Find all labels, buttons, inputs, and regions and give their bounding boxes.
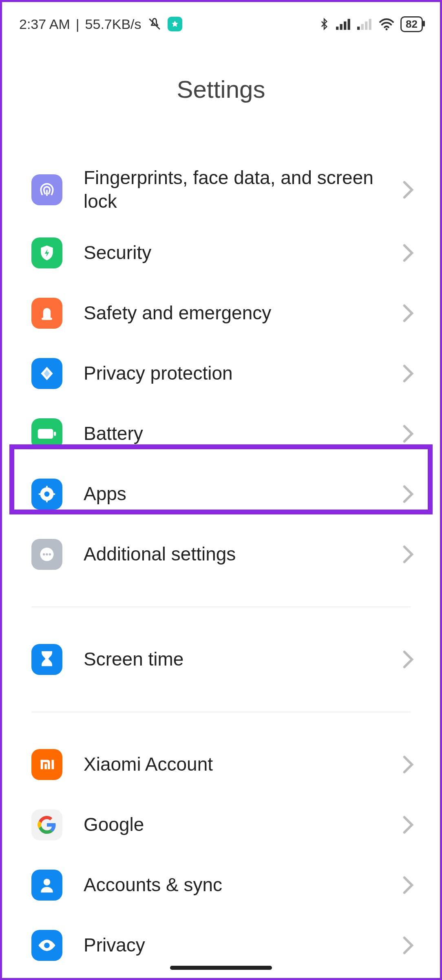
chevron-right-icon xyxy=(402,815,414,835)
settings-item-google[interactable]: Google xyxy=(2,795,440,855)
status-left: 2:37 AM | 55.7KB/s xyxy=(19,16,182,32)
bluetooth-icon xyxy=(318,16,330,32)
settings-item-safety[interactable]: Safety and emergency xyxy=(2,283,440,343)
settings-item-fingerprint[interactable]: Fingerprints, face data, and screen lock xyxy=(2,156,440,223)
settings-item-label: Security xyxy=(84,241,402,265)
mi-icon xyxy=(31,749,62,780)
wifi-icon xyxy=(378,18,395,31)
chevron-right-icon xyxy=(402,545,414,564)
settings-item-additional[interactable]: Additional settings xyxy=(2,524,440,584)
gear-icon xyxy=(31,479,62,510)
settings-item-label: Privacy protection xyxy=(84,362,402,385)
svg-point-19 xyxy=(43,553,45,556)
svg-point-13 xyxy=(44,492,50,497)
svg-rect-4 xyxy=(357,26,360,30)
signal-2-icon xyxy=(357,18,373,30)
svg-rect-10 xyxy=(38,429,53,439)
chevron-right-icon xyxy=(402,936,414,955)
settings-item-label: Privacy xyxy=(84,934,402,957)
app-badge-icon xyxy=(168,17,182,31)
chevron-right-icon xyxy=(402,180,414,200)
chevron-right-icon xyxy=(402,875,414,895)
settings-item-screen-time[interactable]: Screen time xyxy=(2,629,440,690)
settings-item-label: Accounts & sync xyxy=(84,873,402,897)
status-bar: 2:37 AM | 55.7KB/s 82 xyxy=(2,2,440,39)
eye-icon xyxy=(31,930,62,961)
settings-item-label: Additional settings xyxy=(84,543,402,566)
settings-item-accounts-sync[interactable]: Accounts & sync xyxy=(2,855,440,915)
battery-indicator: 82 xyxy=(400,16,423,32)
chevron-right-icon xyxy=(402,484,414,504)
status-time: 2:37 AM xyxy=(19,16,70,32)
settings-item-privacy-protection[interactable]: Privacy protection xyxy=(2,343,440,404)
divider xyxy=(31,606,411,607)
svg-rect-2 xyxy=(344,22,346,30)
chevron-right-icon xyxy=(402,364,414,383)
settings-item-label: Apps xyxy=(84,482,402,506)
divider xyxy=(31,712,411,712)
page-title: Settings xyxy=(2,75,440,103)
battery-icon xyxy=(31,418,62,449)
settings-list[interactable]: Fingerprints, face data, and screen lock… xyxy=(2,156,440,976)
svg-rect-6 xyxy=(365,22,367,30)
svg-rect-11 xyxy=(54,432,56,436)
svg-point-20 xyxy=(46,553,48,556)
siren-icon xyxy=(31,298,62,329)
settings-item-label: Battery xyxy=(84,422,402,446)
svg-rect-0 xyxy=(336,26,338,30)
status-net-speed: 55.7KB/s xyxy=(85,16,141,32)
dots-icon xyxy=(31,539,62,570)
signal-1-icon xyxy=(336,18,351,30)
svg-rect-17 xyxy=(52,493,55,495)
mute-icon xyxy=(147,17,162,31)
chevron-right-icon xyxy=(402,650,414,669)
svg-rect-14 xyxy=(46,486,48,489)
settings-item-label: Google xyxy=(84,813,402,837)
svg-rect-9 xyxy=(42,318,52,320)
status-separator: | xyxy=(76,16,80,32)
google-icon xyxy=(31,809,62,840)
svg-rect-1 xyxy=(340,24,343,30)
svg-rect-5 xyxy=(361,24,364,30)
svg-point-8 xyxy=(386,28,388,30)
settings-item-label: Safety and emergency xyxy=(84,301,402,325)
settings-item-label: Xiaomi Account xyxy=(84,753,402,776)
person-icon xyxy=(31,870,62,901)
status-right: 82 xyxy=(318,16,423,32)
navigation-handle[interactable] xyxy=(170,966,272,970)
diamond-icon xyxy=(31,358,62,389)
svg-point-21 xyxy=(49,553,51,556)
svg-rect-24 xyxy=(52,760,54,769)
svg-rect-16 xyxy=(39,493,42,495)
settings-item-xiaomi-account[interactable]: Xiaomi Account xyxy=(2,734,440,795)
svg-rect-23 xyxy=(44,764,47,769)
chevron-right-icon xyxy=(402,424,414,444)
chevron-right-icon xyxy=(402,243,414,263)
settings-item-label: Screen time xyxy=(84,648,402,671)
svg-point-26 xyxy=(44,943,50,948)
svg-rect-7 xyxy=(369,19,371,30)
chevron-right-icon xyxy=(402,303,414,323)
settings-item-battery[interactable]: Battery xyxy=(2,404,440,464)
shield-bolt-icon xyxy=(31,237,62,268)
chevron-right-icon xyxy=(402,755,414,774)
hourglass-icon xyxy=(31,644,62,675)
svg-rect-15 xyxy=(46,499,48,502)
fingerprint-icon xyxy=(31,174,62,205)
settings-item-security[interactable]: Security xyxy=(2,223,440,283)
settings-item-apps[interactable]: Apps xyxy=(2,464,440,524)
settings-item-label: Fingerprints, face data, and screen lock xyxy=(84,166,402,213)
svg-point-25 xyxy=(44,879,51,886)
svg-rect-3 xyxy=(348,19,350,30)
